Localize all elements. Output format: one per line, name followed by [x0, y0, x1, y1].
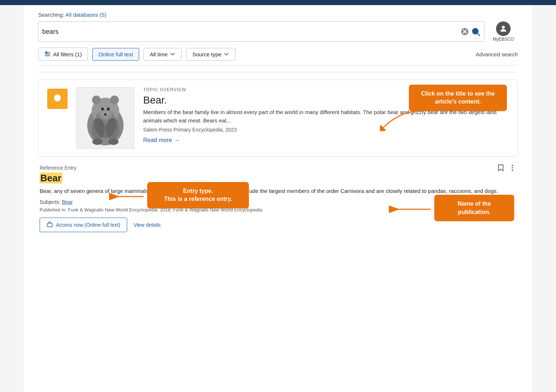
svg-point-28 [512, 170, 513, 171]
search-input-wrap [38, 21, 484, 42]
arrow-icon: → [174, 137, 180, 144]
ref-title[interactable]: Bear [40, 173, 516, 184]
topic-description: Members of the bear family live in almos… [143, 108, 509, 125]
access-btn-label: Access now (Online full text) [56, 222, 120, 228]
ref-actions [497, 164, 516, 172]
myebsco-label: MyEBSCO [493, 37, 514, 42]
online-full-text-button[interactable]: Online full text [92, 48, 139, 61]
svg-point-9 [46, 52, 47, 53]
ref-subjects: Subjects: Bear [40, 199, 516, 205]
source-type-button[interactable]: Source type [186, 48, 235, 61]
search-bar-row: MyEBSCO [38, 21, 518, 42]
clear-icon[interactable] [461, 28, 469, 36]
subject-link[interactable]: Bear [62, 199, 73, 205]
top-bar [0, 0, 556, 5]
svg-point-27 [512, 167, 513, 169]
subjects-label: Subjects: [40, 199, 61, 205]
topic-card-content: TOPIC OVERVIEW Bear. Members of the bear… [143, 87, 509, 149]
all-time-button[interactable]: All time [144, 48, 182, 61]
avatar [496, 21, 511, 36]
view-details-link[interactable]: View details [134, 222, 161, 228]
svg-point-22 [92, 138, 102, 145]
search-button[interactable] [471, 27, 480, 36]
main-container: Searching: All databases (5) [24, 5, 532, 392]
svg-point-5 [502, 26, 505, 29]
svg-point-24 [94, 109, 116, 138]
svg-point-14 [110, 96, 119, 104]
more-options-button[interactable] [508, 164, 516, 172]
topic-label: TOPIC OVERVIEW [143, 87, 509, 92]
filters-row-container: All filters (1) Online full text All tim… [38, 48, 518, 72]
ref-type-label: Reference Entry [40, 165, 76, 171]
filters-row: All filters (1) Online full text All tim… [38, 48, 518, 65]
bear-image [76, 87, 134, 149]
divider [38, 72, 518, 72]
svg-rect-29 [47, 223, 52, 227]
svg-point-13 [92, 96, 101, 104]
ref-title-highlight: Bear [40, 173, 62, 183]
online-full-text-label: Online full text [98, 51, 133, 57]
results-area: TOPIC OVERVIEW Bear. Members of the bear… [38, 76, 518, 243]
ref-published: Published in: Funk & Wagnalls New World … [40, 207, 516, 213]
published-label: Published in: [40, 207, 67, 213]
myebsco-button[interactable]: MyEBSCO [489, 21, 518, 42]
read-more-link[interactable]: Read more → [143, 137, 509, 144]
topic-source: Salem Press Primary Encyclopedia, 2023 [143, 127, 509, 133]
all-filters-label: All filters (1) [53, 51, 82, 57]
searching-label: Searching: [38, 12, 64, 18]
svg-point-26 [512, 165, 513, 166]
published-value: Funk & Wagnalls New World Encyclopedia, … [68, 207, 262, 213]
topic-card-wrapper: TOPIC OVERVIEW Bear. Members of the bear… [38, 80, 518, 157]
search-input[interactable] [42, 28, 461, 36]
ref-entry-wrapper: Reference Entry [38, 164, 518, 243]
all-filters-button[interactable]: All filters (1) [38, 48, 88, 61]
ref-description: Bear, any of seven genera of large mamma… [40, 187, 516, 195]
ref-type-row: Reference Entry [40, 164, 516, 172]
read-more-label: Read more [143, 137, 172, 144]
databases-link[interactable]: All databases (5) [65, 12, 106, 18]
lightbulb-icon-box [47, 89, 68, 109]
ref-footer-buttons: Access now (Online full text) View detai… [40, 218, 516, 232]
access-now-button[interactable]: Access now (Online full text) [40, 218, 127, 232]
bookmark-button[interactable] [497, 164, 505, 172]
svg-line-4 [478, 33, 480, 36]
advanced-search-link[interactable]: Advanced search [476, 51, 518, 57]
svg-point-23 [108, 138, 118, 145]
source-type-label: Source type [192, 51, 221, 57]
ref-card: Reference Entry [38, 164, 518, 232]
topic-card: TOPIC OVERVIEW Bear. Members of the bear… [38, 80, 518, 157]
searching-row: Searching: All databases (5) [38, 5, 518, 21]
topic-title[interactable]: Bear. [143, 94, 509, 106]
svg-point-10 [57, 97, 58, 98]
all-time-label: All time [150, 51, 168, 57]
